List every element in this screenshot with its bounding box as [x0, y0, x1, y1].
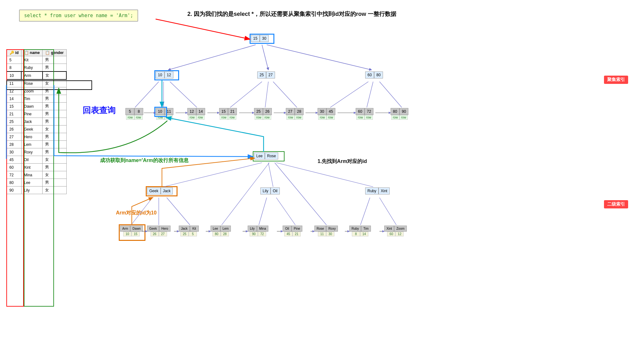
- svg-line-30: [360, 198, 370, 225]
- table-cell: 11: [7, 79, 21, 87]
- table-cell: Mina: [21, 171, 43, 179]
- table-cell: Dawn: [21, 103, 43, 110]
- table-cell: 男: [43, 56, 66, 64]
- table-row: 14Tim男: [7, 95, 66, 103]
- root-cell-30: 30: [260, 35, 269, 42]
- cl-l1-node3: 60 80: [365, 71, 383, 78]
- sec-l1-jack: Jack: [161, 187, 173, 194]
- col-header-id: 🔑 id: [7, 50, 21, 56]
- table-row: 21Pine男: [7, 110, 66, 118]
- table-cell: Pine: [21, 110, 43, 118]
- table-cell: 25: [7, 118, 21, 126]
- table-cell: 女: [43, 79, 66, 87]
- table-row: 26Geek女: [7, 126, 66, 133]
- svg-line-3: [262, 45, 268, 70]
- table-cell: Hero: [21, 133, 43, 141]
- table-row: 11Rose女: [7, 79, 66, 87]
- table-cell: 30: [7, 148, 21, 156]
- table-cell: Geek: [21, 126, 43, 133]
- table-cell: 男: [43, 87, 66, 95]
- cl-leaf-80-90: 80 90 row row: [391, 108, 408, 120]
- sec-leaf-jack-kit: Jack Kit 25 5: [179, 226, 199, 236]
- svg-line-0: [156, 19, 249, 39]
- table-cell: Oil: [21, 156, 43, 164]
- table-cell: Rose: [21, 79, 43, 87]
- sec-l1-geek: Geek: [147, 187, 161, 194]
- cl-l1-node1: 10 12: [156, 71, 173, 78]
- table-row: 90Lily女: [7, 187, 66, 194]
- cl-l1-60: 60: [365, 71, 374, 78]
- sec-leaf-ruby-tim: Ruby Tim 8 14: [349, 226, 371, 236]
- database-table: 🔑 id 📋 name 📋 gender 5Kit男8Ruby男10Arm女11…: [6, 49, 67, 194]
- annotation-success: 成功获取到name='Arm的改行所有信息: [100, 157, 189, 164]
- col-header-name: 📋 name: [21, 50, 43, 56]
- sec-leaf-rose-roxy: Rose Roxy 11 30: [314, 226, 338, 236]
- table-cell: 8: [7, 64, 21, 72]
- table-row: 80Lee男: [7, 179, 66, 187]
- cl-leaf-10-11: 10 11 row row: [156, 108, 173, 120]
- table-cell: Lily: [21, 187, 43, 194]
- table-cell: 男: [43, 148, 66, 156]
- sec-l1-node3: Ruby Xint: [365, 187, 390, 194]
- table-cell: 男: [43, 110, 66, 118]
- svg-line-31: [379, 198, 396, 225]
- sec-l1-node2: Lily Oil: [260, 187, 280, 194]
- label-clustered: 聚集索引: [604, 76, 628, 84]
- svg-line-8: [230, 82, 262, 107]
- cl-l1-10: 10: [156, 71, 164, 78]
- table-cell: 27: [7, 133, 21, 141]
- sec-l1-node1: Geek Jack: [147, 187, 173, 194]
- table-cell: 14: [7, 95, 21, 103]
- table-cell: 60: [7, 164, 21, 171]
- table-cell: 26: [7, 126, 21, 133]
- table-cell: 28: [7, 141, 21, 148]
- table-cell: 80: [7, 179, 21, 187]
- svg-line-28: [259, 198, 267, 225]
- svg-line-23: [268, 163, 273, 187]
- svg-line-22: [164, 163, 262, 187]
- table-row: 60Xint男: [7, 164, 66, 171]
- cl-leaf-25-26: 25 26 row row: [254, 108, 272, 120]
- table-cell: 女: [43, 171, 66, 179]
- svg-line-4: [267, 45, 372, 70]
- table-cell: 72: [7, 171, 21, 179]
- sec-root: Lee Rose: [254, 153, 278, 159]
- table-row: 30Roxy男: [7, 148, 66, 156]
- table-cell: Jack: [21, 118, 43, 126]
- sec-leaf-lee-lem: Lee Lem 80 28: [211, 226, 231, 236]
- svg-line-7: [170, 82, 197, 107]
- sec-leaf-lily-mina: Lily Mina 90 72: [248, 226, 268, 236]
- sec-root-lee: Lee: [254, 153, 265, 159]
- svg-line-2: [168, 45, 256, 70]
- table-cell: Zoom: [21, 87, 43, 95]
- table-cell: 10: [7, 71, 21, 79]
- table-cell: 男: [43, 179, 66, 187]
- sql-query: select * from user where name = 'Arm';: [19, 10, 138, 22]
- svg-line-5: [135, 82, 159, 107]
- table-cell: 5: [7, 56, 21, 64]
- cl-leaf-30-45: 30 45 row row: [318, 108, 335, 120]
- sec-leaf-oil-pine: Oil Pine 45 21: [283, 226, 302, 236]
- table-row: 45Oil女: [7, 156, 66, 164]
- sec-leaf-xint-zoom: Xint Zoom 60 12: [384, 226, 407, 236]
- cl-leaf-15-21: 15 21 row row: [219, 108, 237, 120]
- cl-leaf-60-72: 60 72 row row: [356, 108, 373, 120]
- table-cell: 90: [7, 187, 21, 194]
- table-cell: Lee: [21, 179, 43, 187]
- table-row: 12Zoom男: [7, 87, 66, 95]
- sec-l1-lily: Lily: [260, 187, 271, 194]
- table-cell: 男: [43, 95, 66, 103]
- table-row: 5Kit男: [7, 56, 66, 64]
- svg-line-24: [276, 163, 373, 187]
- sec-l1-xint: Xint: [379, 187, 390, 194]
- svg-line-12: [367, 82, 373, 107]
- annotation-arm-id: Arm对应的id为10: [116, 210, 157, 216]
- annotation-first: 1.先找到Arm对应的id: [318, 158, 367, 165]
- svg-line-11: [330, 82, 368, 107]
- table-cell: Xint: [21, 164, 43, 171]
- sec-leaf-geek-hero: Geek Hero 26 27: [147, 226, 171, 236]
- label-secondary: 二级索引: [604, 200, 628, 208]
- table-cell: 15: [7, 103, 21, 110]
- sec-leaf-arm-dawn: Arm Dawn 10 15: [120, 226, 143, 236]
- table-row: 25Jack男: [7, 118, 66, 126]
